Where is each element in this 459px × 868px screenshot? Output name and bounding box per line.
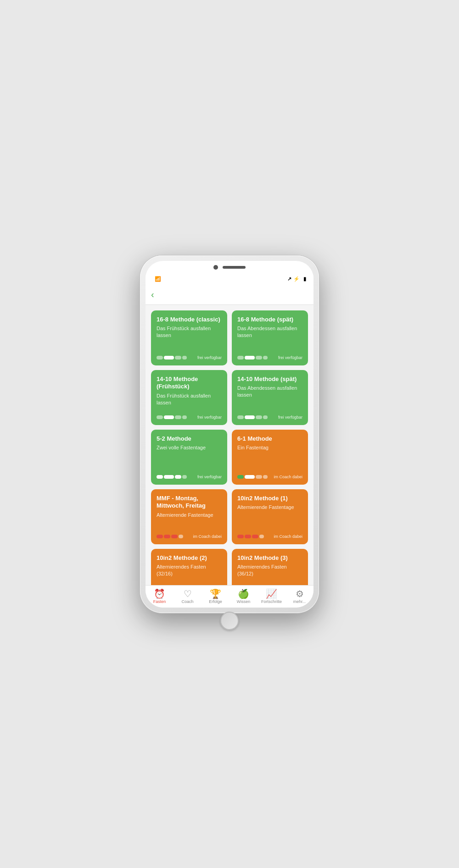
tab-erfolge[interactable]: 🏆 Erfolge — [202, 589, 230, 604]
status-bar: 📶 ↗ ⚡ ▮ — [146, 274, 313, 285]
card-footer: im Coach dabei — [157, 534, 222, 539]
plan-card-5[interactable]: 5-2 Methode Zwei volle Fastentage frei v… — [151, 430, 227, 485]
availability-badge: frei verfügbar — [197, 415, 222, 420]
tab-mehr-icon: ⚙ — [296, 589, 304, 598]
plan-card-3[interactable]: 14-10 Methode (Frühstück) Das Frühstück … — [151, 370, 227, 425]
plan-card-9[interactable]: 10in2 Methode (2) Alternierendes Fasten … — [151, 549, 227, 585]
card-title: MMF - Montag, Mittwoch, Freitag — [157, 495, 222, 510]
availability-badge: im Coach dabei — [193, 534, 222, 539]
toggle-bar — [237, 356, 268, 359]
status-right: ↗ ⚡ ▮ — [287, 276, 306, 282]
tab-wissen[interactable]: 🍏 Wissen — [230, 589, 257, 604]
card-subtitle: Das Abendessen ausfallen lassen — [237, 325, 302, 338]
card-subtitle: Ein Fastentag — [237, 444, 302, 451]
card-footer: im Coach dabei — [237, 475, 302, 479]
tab-wissen-label: Wissen — [237, 599, 251, 604]
card-subtitle: Alternierende Fastentage — [157, 512, 222, 518]
home-button-area — [146, 609, 313, 632]
toggle-bar — [157, 415, 187, 419]
tab-fortschritte-icon: 📈 — [266, 589, 277, 598]
home-button[interactable] — [220, 612, 239, 630]
back-chevron-icon: ‹ — [151, 290, 154, 299]
plan-card-2[interactable]: 16-8 Methode (spät) Das Abendessen ausfa… — [232, 310, 308, 365]
content-area: 16-8 Methode (classic) Das Frühstück aus… — [146, 305, 313, 585]
toggle-bar — [157, 356, 187, 359]
card-subtitle: Das Frühstück ausfallen lassen — [157, 393, 222, 406]
cards-grid: 16-8 Methode (classic) Das Frühstück aus… — [151, 310, 308, 585]
speaker — [223, 266, 246, 269]
battery-icon: ▮ — [303, 276, 306, 282]
availability-badge: im Coach dabei — [274, 534, 302, 539]
camera — [213, 265, 218, 270]
availability-badge: frei verfügbar — [197, 355, 222, 360]
toggle-bar — [157, 535, 183, 538]
back-button[interactable]: ‹ — [151, 290, 155, 299]
tab-coach-icon: ♡ — [184, 589, 192, 598]
plan-card-8[interactable]: 10in2 Methode (1) Alternierende Fastenta… — [232, 489, 308, 544]
tab-erfolge-icon: 🏆 — [210, 589, 221, 598]
phone-top-hardware — [193, 261, 266, 274]
card-title: 16-8 Methode (spät) — [237, 316, 302, 324]
tab-bar: ⏰ Fasten ♡ Coach 🏆 Erfolge 🍏 Wissen 📈 Fo… — [146, 585, 313, 608]
card-title: 6-1 Methode — [237, 435, 302, 443]
card-subtitle: Das Abendessen ausfallen lassen — [237, 385, 302, 398]
card-title: 10in2 Methode (2) — [157, 554, 222, 562]
phone-device: 📶 ↗ ⚡ ▮ ‹ 16-8 Methode (classic) Das — [140, 255, 319, 613]
card-footer: frei verfügbar — [237, 355, 302, 360]
availability-badge: frei verfügbar — [278, 355, 302, 360]
phone-screen: 📶 ↗ ⚡ ▮ ‹ 16-8 Methode (classic) Das — [146, 261, 313, 608]
tab-fasten[interactable]: ⏰ Fasten — [146, 589, 174, 604]
location-icon: ↗ — [287, 276, 291, 282]
card-subtitle: Alternierendes Fasten (36/12) — [237, 564, 302, 577]
card-title: 14-10 Methode (Frühstück) — [157, 376, 222, 391]
tab-coach[interactable]: ♡ Coach — [174, 589, 202, 604]
plan-card-4[interactable]: 14-10 Methode (spät) Das Abendessen ausf… — [232, 370, 308, 425]
plan-card-1[interactable]: 16-8 Methode (classic) Das Frühstück aus… — [151, 310, 227, 365]
availability-badge: im Coach dabei — [274, 475, 302, 479]
card-footer: frei verfügbar — [157, 355, 222, 360]
toggle-bar — [237, 535, 264, 538]
card-subtitle: Alternierende Fastentage — [237, 504, 302, 510]
plan-card-7[interactable]: MMF - Montag, Mittwoch, Freitag Alternie… — [151, 489, 227, 544]
tab-wissen-icon: 🍏 — [238, 589, 249, 598]
card-title: 10in2 Methode (1) — [237, 495, 302, 503]
tab-fortschritte[interactable]: 📈 Fortschritte — [257, 589, 285, 604]
tab-mehr[interactable]: ⚙ mehr... — [285, 589, 313, 604]
toggle-bar — [237, 415, 268, 419]
tab-fasten-label: Fasten — [153, 599, 166, 604]
tab-coach-label: Coach — [181, 599, 193, 604]
card-title: 16-8 Methode (classic) — [157, 316, 222, 324]
card-title: 14-10 Methode (spät) — [237, 376, 302, 383]
plan-card-6[interactable]: 6-1 Methode Ein Fastentag im Coach dabei — [232, 430, 308, 485]
card-footer: frei verfügbar — [157, 475, 222, 479]
card-title: 5-2 Methode — [157, 435, 222, 443]
nav-bar: ‹ — [146, 285, 313, 305]
plan-card-10[interactable]: 10in2 Methode (3) Alternierendes Fasten … — [232, 549, 308, 585]
card-subtitle: Das Frühstück ausfallen lassen — [157, 325, 222, 338]
card-footer: im Coach dabei — [237, 534, 302, 539]
availability-badge: frei verfügbar — [197, 475, 222, 479]
status-left: 📶 — [153, 276, 161, 282]
card-footer: frei verfügbar — [157, 415, 222, 420]
card-footer: frei verfügbar — [237, 415, 302, 420]
card-subtitle: Alternierendes Fasten (32/16) — [157, 564, 222, 577]
card-subtitle: Zwei volle Fastentage — [157, 444, 222, 451]
wifi-icon: 📶 — [155, 276, 161, 282]
toggle-bar — [157, 475, 187, 479]
availability-badge: frei verfügbar — [278, 415, 302, 420]
tab-fortschritte-label: Fortschritte — [261, 599, 282, 604]
card-title: 10in2 Methode (3) — [237, 554, 302, 562]
bluetooth-icon: ⚡ — [293, 276, 300, 282]
tab-erfolge-label: Erfolge — [209, 599, 222, 604]
toggle-bar — [237, 475, 268, 479]
tab-mehr-label: mehr... — [293, 599, 306, 604]
tab-fasten-icon: ⏰ — [154, 589, 165, 598]
